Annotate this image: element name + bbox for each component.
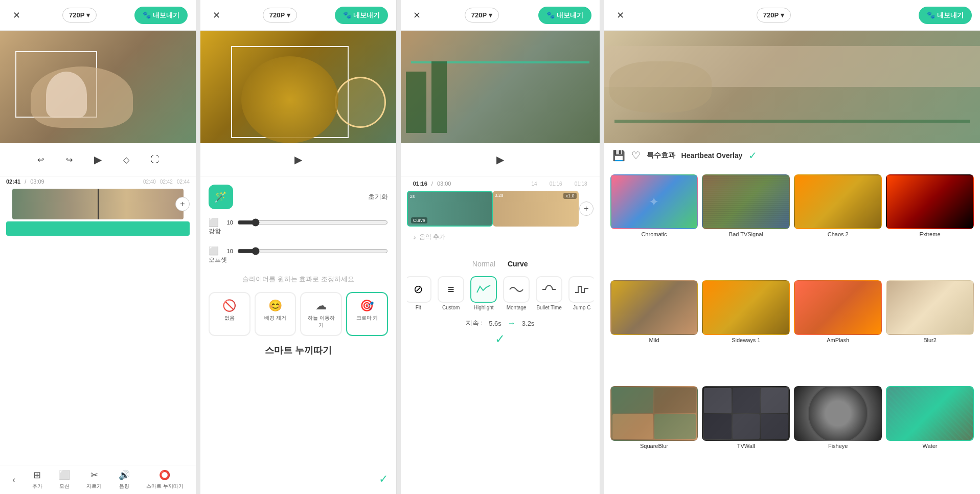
nav-prev-btn[interactable]: ‹ xyxy=(12,475,15,485)
duration-arrow-icon: → xyxy=(508,319,516,328)
blur2-label: Blur2 xyxy=(923,337,937,343)
fullscreen-button[interactable]: ⛶ xyxy=(147,151,163,168)
effect-badtv[interactable]: Bad TVSignal xyxy=(702,174,790,276)
confirm-icon-4[interactable]: ✓ xyxy=(748,149,757,162)
offset-slider-row: ⬜ 10 xyxy=(209,246,388,256)
main-track-1[interactable] xyxy=(12,189,184,219)
close-button-4[interactable]: ✕ xyxy=(612,7,629,24)
motion-tool-btn[interactable]: ⬜ 모션 xyxy=(59,469,70,490)
effect-none-btn[interactable]: 🚫 없음 xyxy=(209,292,250,336)
close-button-2[interactable]: ✕ xyxy=(209,7,225,24)
resolution-btn-1[interactable]: 720P ▾ xyxy=(62,8,97,23)
strength-slider-section: ⬜ 10 강함 xyxy=(209,217,388,236)
curve-opt-highlight[interactable]: Highlight xyxy=(469,276,498,310)
mild-label: Mild xyxy=(649,337,659,343)
export-btn-1[interactable]: 🐾 내보내기 xyxy=(134,7,188,24)
strength-slider[interactable] xyxy=(237,218,388,227)
effect-fisheye[interactable]: Fisheye xyxy=(794,386,882,488)
timeline-1: 02:41 / 03:09 02:40 02:42 02:44 + xyxy=(0,176,196,465)
export-btn-3[interactable]: 🐾 내보내기 xyxy=(538,7,591,24)
close-button-3[interactable]: ✕ xyxy=(409,7,425,24)
effect-chroma-btn[interactable]: 🎯 크로마 키 xyxy=(346,292,388,336)
custom-label: Custom xyxy=(442,305,460,310)
clip-2[interactable]: x1.0 3.2s xyxy=(493,191,579,227)
effects-tab-btn[interactable]: 특수효과 xyxy=(647,151,675,160)
chromatic-thumb: ✦ xyxy=(610,174,698,229)
resolution-btn-3[interactable]: 720P ▾ xyxy=(465,8,499,23)
fisheye-label: Fisheye xyxy=(828,443,848,449)
strength-icon: ⬜ xyxy=(209,217,219,227)
volume-tool-btn[interactable]: 🔊 음량 xyxy=(119,469,130,490)
effect-water[interactable]: Water xyxy=(886,386,974,488)
sideways-label: Sideways 1 xyxy=(732,337,760,343)
effect-bg-remove-btn[interactable]: 😊 배경 제거 xyxy=(255,292,297,336)
masking-tool-btn[interactable]: ⭕ 스마트 누끼따기 xyxy=(146,469,184,490)
play-button-1[interactable]: ▶ xyxy=(89,151,106,168)
effect-chaos2[interactable]: Chaos 2 xyxy=(794,174,882,276)
crop-tool-btn[interactable]: ✂ 자르기 xyxy=(86,469,102,490)
current-time-1: 02:41 xyxy=(6,178,20,185)
add-tool-btn[interactable]: ⊞ 추가 xyxy=(32,469,42,490)
magic-button[interactable]: ◇ xyxy=(118,151,134,168)
heart-icon-btn[interactable]: ♡ xyxy=(631,149,641,162)
effect-chromatic[interactable]: ✦ Chromatic xyxy=(610,174,698,276)
undo-button[interactable]: ↩ xyxy=(32,151,49,168)
timeline-time-1: 02:41 / 03:09 02:40 02:42 02:44 xyxy=(0,176,196,187)
motion-icon: ⬜ xyxy=(59,469,70,481)
effect-squareblur[interactable]: SquareBlur xyxy=(610,386,698,488)
clip-2-time: 3.2s xyxy=(495,193,504,198)
play-button-3[interactable]: ▶ xyxy=(492,151,508,168)
video-preview-4 xyxy=(604,31,980,143)
topbar-4: ✕ 720P ▾ 🐾 내보내기 xyxy=(604,0,980,31)
blur2-thumb xyxy=(886,280,974,335)
curve-opt-custom[interactable]: ≡ Custom xyxy=(437,276,465,310)
curve-opt-fit[interactable]: ⊘ Fit xyxy=(407,276,433,310)
effect-sideways[interactable]: Sideways 1 xyxy=(702,280,790,382)
clip-1-label: Curve xyxy=(411,217,427,223)
add-clip-btn-1[interactable]: + xyxy=(175,197,190,211)
mild-thumb xyxy=(610,280,698,335)
redo-button[interactable]: ↪ xyxy=(61,151,77,168)
volume-tool-label: 음량 xyxy=(119,483,129,490)
bg-remove-icon: 😊 xyxy=(268,299,282,312)
curve-opt-jumpc[interactable]: Jump C xyxy=(567,276,594,310)
resolution-btn-4[interactable]: 720P ▾ xyxy=(757,8,791,23)
extreme-thumb xyxy=(886,174,974,229)
offset-icon: ⬜ xyxy=(209,246,219,256)
chromatic-label: Chromatic xyxy=(641,231,667,237)
crop-icon: ✂ xyxy=(90,469,98,481)
topbar-3: ✕ 720P ▾ 🐾 내보내기 xyxy=(401,0,600,31)
video-preview-3 xyxy=(401,31,600,143)
save-icon-btn[interactable]: 💾 xyxy=(612,149,625,162)
clip-1[interactable]: Curve 2s xyxy=(407,191,493,227)
close-button-1[interactable]: ✕ xyxy=(8,7,25,24)
effect-amplash[interactable]: AmPlash xyxy=(794,280,882,382)
effect-blur2[interactable]: Blur2 xyxy=(886,280,974,382)
export-btn-2[interactable]: 🐾 내보내기 xyxy=(335,7,388,24)
tvwall-label: TVWall xyxy=(737,443,755,449)
effect-extreme[interactable]: Extreme xyxy=(886,174,974,276)
music-note-icon: ♪ xyxy=(413,234,416,241)
offset-slider[interactable] xyxy=(237,247,388,255)
reset-btn[interactable]: 초기화 xyxy=(368,192,388,201)
curve-opt-bullet[interactable]: Bullet Time xyxy=(535,276,563,310)
custom-icon: ≡ xyxy=(448,283,454,296)
curve-opt-montage[interactable]: Montage xyxy=(502,276,531,310)
clip-2-badge: x1.0 xyxy=(563,193,576,199)
highlight-icon xyxy=(476,283,491,296)
add-clip-btn-3[interactable]: + xyxy=(579,201,594,216)
tab-curve[interactable]: Curve xyxy=(508,258,528,270)
effect-tvwall[interactable]: TVWall xyxy=(702,386,790,488)
magic-wand-btn[interactable]: 🪄 xyxy=(209,185,233,209)
play-button-2[interactable]: ▶ xyxy=(290,151,306,168)
export-btn-4[interactable]: 🐾 내보내기 xyxy=(919,7,972,24)
squareblur-thumb xyxy=(610,386,698,441)
topbar-2: ✕ 720P ▾ 🐾 내보내기 xyxy=(200,0,396,31)
effect-mild[interactable]: Mild xyxy=(610,280,698,382)
resolution-btn-2[interactable]: 720P ▾ xyxy=(263,8,297,23)
confirm-btn-2[interactable]: ✓ xyxy=(379,473,388,486)
add-tool-label: 추가 xyxy=(32,483,42,490)
confirm-btn-3[interactable]: ✓ xyxy=(495,332,505,346)
effect-sky-btn[interactable]: ☁ 하늘 이동하기 xyxy=(300,292,342,336)
tab-normal[interactable]: Normal xyxy=(472,258,495,270)
